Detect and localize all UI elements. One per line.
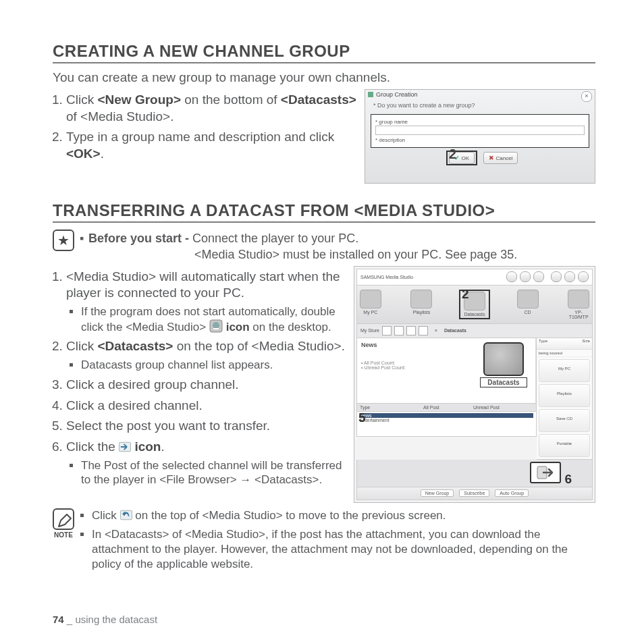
grid-row[interactable]: Entertainment	[360, 418, 533, 423]
note-icon-col: NOTE	[53, 508, 74, 539]
ms-brand: SAMSUNG Media Studio	[360, 275, 413, 279]
t: Click	[66, 92, 97, 107]
dialog-title-text: Group Creation	[376, 91, 418, 98]
t: on the bottom of	[181, 92, 281, 107]
ms-category-bar: 2 My PC Playlists Datacasts CD YP-T10/MT…	[356, 286, 593, 324]
close-icon[interactable]: ×	[581, 91, 592, 102]
tab-device[interactable]: YP-T10/MTP	[565, 290, 592, 319]
note-icon	[53, 508, 74, 530]
media-studio-desktop-icon	[209, 319, 223, 333]
side-tab-savecd[interactable]: Save CD	[539, 409, 590, 432]
substeps: The Post of the selected channel will be…	[66, 458, 346, 488]
t: Type	[539, 339, 547, 348]
manual-page: CREATING A NEW CHANNEL GROUP You can cre…	[0, 0, 644, 644]
t: on the top of <Media Studio>.	[173, 339, 345, 353]
t: of <Media Studio>.	[66, 109, 174, 124]
input-group-name[interactable]	[375, 126, 585, 135]
window-control-icon[interactable]	[533, 271, 544, 282]
note-text: Click on the top of <Media Studio> to mo…	[80, 508, 595, 576]
side-tab-mypc[interactable]: My PC	[539, 359, 590, 382]
dialog-titlebar: Group Creation	[365, 90, 595, 99]
svg-rect-4	[120, 510, 132, 520]
datacasts-folder-icon[interactable]	[483, 342, 524, 376]
tab-cd[interactable]: CD	[514, 290, 541, 319]
side-tab-portable[interactable]: Portable	[539, 434, 590, 457]
t: OK	[462, 155, 470, 161]
t: description	[379, 137, 405, 143]
col-unread: Unread Post	[473, 405, 500, 410]
breadcrumb-datacasts: Datacasts	[444, 328, 466, 333]
before-you-start-text: ▪ Before you start - Connect the player …	[80, 230, 517, 263]
t: _	[64, 614, 76, 625]
before-you-start-row: ★ ▪ Before you start - Connect the playe…	[53, 230, 595, 263]
t: <Datacasts>	[281, 92, 356, 107]
ms-group-grid: Type All Post Unread Post 5 News	[356, 404, 537, 437]
note-1: Click on the top of <Media Studio> to mo…	[92, 508, 595, 523]
window-control-icon[interactable]	[564, 271, 575, 282]
t: CD	[525, 310, 531, 315]
grid-rows: News Entertainment	[357, 412, 536, 436]
transfer-arrow-icon[interactable]	[537, 466, 554, 479]
t: Click	[66, 339, 97, 353]
ms-titlebar: SAMSUNG Media Studio	[356, 269, 593, 286]
t: My PC	[363, 310, 377, 315]
grid-row[interactable]: News	[360, 413, 533, 418]
substeps: Datacasts group channel list appears.	[66, 358, 346, 373]
side-tab-playlists[interactable]: Playlists	[539, 384, 590, 407]
datacasts-folder-highlight: Datacasts	[480, 342, 527, 387]
step-1: Click <New Group> on the bottom of <Data…	[66, 92, 356, 125]
t: Click the	[66, 439, 119, 454]
t: <OK>	[66, 146, 101, 161]
auto-group-button[interactable]: Auto Group	[495, 489, 529, 497]
sub-1: If the program does not start automatica…	[81, 304, 346, 335]
back-icon[interactable]	[382, 326, 392, 336]
t: Type in a group name and description and…	[66, 130, 334, 144]
label-group-name: * group name	[375, 119, 585, 125]
t: News	[360, 413, 407, 418]
file-row[interactable]: being tutored	[537, 350, 592, 357]
callout-5: 5	[358, 410, 366, 425]
callout-2: 2	[449, 146, 456, 162]
ms-toolbar: My Store » Datacasts	[356, 324, 593, 338]
subscribe-button[interactable]: Subscribe	[459, 489, 489, 497]
svg-point-1	[213, 322, 219, 329]
tab-mypc[interactable]: My PC	[357, 290, 384, 319]
window-control-icon[interactable]	[520, 271, 531, 282]
ms-main-pane: News • All Post Count: • Unread Post Cou…	[356, 338, 537, 404]
new-group-button[interactable]: New Group	[421, 489, 454, 497]
toolbar-icon[interactable]	[394, 326, 404, 336]
step-1: <Media Studio> will automatically start …	[66, 269, 346, 335]
toolbar-icon[interactable]	[406, 326, 416, 336]
step-2: Type in a group name and description and…	[66, 129, 356, 162]
t: Unread Post Count:	[364, 365, 405, 370]
t: Entertainment	[360, 418, 407, 423]
label-description: * description	[375, 137, 585, 143]
note-label: NOTE	[53, 531, 74, 539]
transfer-button-highlight	[530, 462, 561, 483]
dialog-fields: * group name * description	[371, 114, 589, 148]
ms-right-pane: TypeSize being tutored My PC Playlists S…	[537, 338, 593, 460]
window-control-icon[interactable]	[551, 271, 562, 282]
col-type: Type	[360, 405, 407, 410]
dialog-app-icon	[368, 92, 373, 97]
window-control-icon[interactable]	[506, 271, 517, 282]
figure-group-creation-dialog: Group Creation × * Do you want to create…	[365, 89, 595, 184]
step-5: Select the post you want to transfer.	[66, 418, 346, 435]
t: Connect the player to your PC.	[192, 232, 358, 245]
callout-6: 6	[564, 472, 572, 487]
t: YP-T10/MTP	[569, 310, 589, 319]
x-icon: ✖	[489, 155, 494, 161]
t: group name	[379, 119, 408, 125]
window-control-icon[interactable]	[578, 271, 589, 282]
toolbar-icon[interactable]	[419, 326, 428, 336]
t: .	[101, 146, 104, 161]
tab-playlists[interactable]: Playlists	[408, 290, 435, 319]
step-6: Click the icon. The Post of the selected…	[66, 439, 346, 487]
t: Before you start -	[88, 232, 192, 245]
t: All Post Count:	[364, 360, 395, 365]
star-icon: ★	[53, 230, 74, 251]
callout-2: 2	[462, 287, 469, 302]
cancel-button[interactable]: ✖Cancel	[483, 152, 518, 164]
steps-transfer: <Media Studio> will automatically start …	[53, 269, 346, 492]
sub-1: Datacasts group channel list appears.	[81, 358, 346, 373]
